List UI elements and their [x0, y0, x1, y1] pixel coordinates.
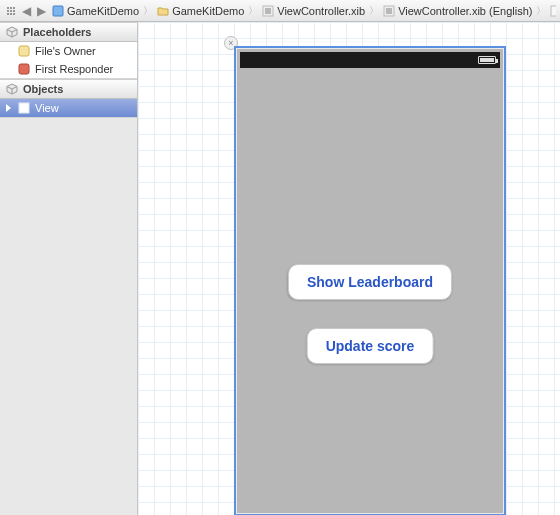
- update-score-button[interactable]: Update score: [307, 328, 434, 364]
- chevron-right-icon: 〉: [143, 4, 153, 18]
- outline-item-first-responder[interactable]: First Responder: [0, 60, 137, 78]
- svg-rect-13: [386, 8, 392, 14]
- responder-icon: [18, 63, 30, 75]
- breadcrumb-label: GameKitDemo: [172, 5, 244, 17]
- svg-point-5: [13, 10, 15, 12]
- grip-icon[interactable]: [4, 4, 18, 18]
- svg-point-4: [10, 10, 12, 12]
- breadcrumb-item[interactable]: View: [548, 5, 556, 17]
- svg-point-0: [7, 7, 9, 9]
- sidebar-empty-area: [0, 118, 137, 515]
- nav-forward-button[interactable]: ▶: [35, 4, 48, 18]
- owner-icon: [18, 45, 30, 57]
- chevron-right-icon: 〉: [369, 4, 379, 18]
- view-icon: [550, 5, 556, 17]
- cube-icon: [6, 26, 18, 38]
- group-title: Placeholders: [23, 26, 91, 38]
- outline-item-label: View: [35, 102, 59, 114]
- chevron-right-icon: 〉: [248, 4, 258, 18]
- svg-rect-14: [551, 6, 556, 16]
- outline-group-header-placeholders[interactable]: Placeholders: [0, 22, 137, 42]
- breadcrumb-label: GameKitDemo: [67, 5, 139, 17]
- nav-back-button[interactable]: ◀: [20, 4, 33, 18]
- breadcrumb-item[interactable]: ViewController.xib (English): [381, 5, 534, 17]
- disclosure-triangle-icon[interactable]: [6, 104, 11, 112]
- breadcrumb: GameKitDemo 〉 GameKitDemo 〉 ViewControll…: [50, 4, 556, 18]
- breadcrumb-label: ViewController.xib (English): [398, 5, 532, 17]
- svg-point-6: [7, 13, 9, 15]
- breadcrumb-label: ViewController.xib: [277, 5, 365, 17]
- battery-icon: [478, 56, 496, 64]
- breadcrumb-item[interactable]: GameKitDemo: [50, 5, 141, 17]
- xcodeproj-icon: [52, 5, 64, 17]
- svg-point-1: [10, 7, 12, 9]
- outline-item-label: First Responder: [35, 63, 113, 75]
- device-view[interactable]: Show Leaderboard Update score: [234, 46, 506, 515]
- svg-rect-17: [19, 103, 29, 113]
- outline-group-header-objects[interactable]: Objects: [0, 79, 137, 99]
- status-bar: [240, 52, 500, 68]
- svg-rect-16: [19, 64, 29, 74]
- ib-canvas[interactable]: × Show Leaderboard Update score: [138, 22, 560, 515]
- svg-rect-11: [265, 8, 271, 14]
- jump-bar: ◀ ▶ GameKitDemo 〉 GameKitDemo 〉 ViewCont…: [0, 0, 560, 22]
- folder-icon: [157, 5, 169, 17]
- outline-item-files-owner[interactable]: File's Owner: [0, 42, 137, 60]
- svg-rect-15: [19, 46, 29, 56]
- cube-icon: [6, 83, 18, 95]
- outline-item-label: File's Owner: [35, 45, 96, 57]
- svg-point-8: [13, 13, 15, 15]
- view-icon: [18, 102, 30, 114]
- xib-icon: [383, 5, 395, 17]
- xib-icon: [262, 5, 274, 17]
- breadcrumb-item[interactable]: GameKitDemo: [155, 5, 246, 17]
- chevron-right-icon: 〉: [536, 4, 546, 18]
- svg-point-7: [10, 13, 12, 15]
- svg-rect-9: [53, 6, 63, 16]
- svg-point-3: [7, 10, 9, 12]
- outline-item-view[interactable]: View: [0, 99, 137, 117]
- breadcrumb-item[interactable]: ViewController.xib: [260, 5, 367, 17]
- show-leaderboard-button[interactable]: Show Leaderboard: [288, 264, 452, 300]
- group-title: Objects: [23, 83, 63, 95]
- document-outline: Placeholders File's Owner First Responde…: [0, 22, 138, 515]
- view-object[interactable]: × Show Leaderboard Update score: [234, 46, 506, 515]
- svg-point-2: [13, 7, 15, 9]
